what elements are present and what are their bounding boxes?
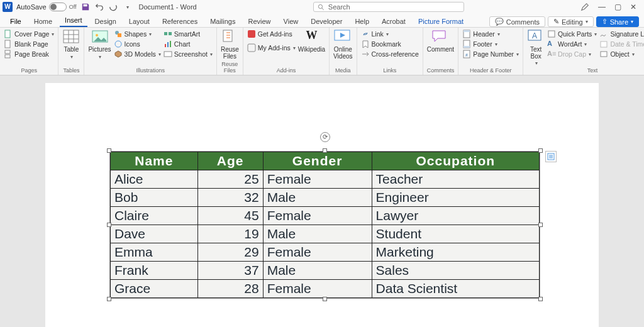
svg-rect-29 [464, 46, 470, 48]
cell-name: Grace [111, 280, 198, 298]
redo-icon[interactable] [108, 2, 118, 12]
online-videos-button[interactable]: Online Videos [333, 29, 352, 60]
group-comments: Comment Comments [423, 28, 459, 75]
tab-home[interactable]: Home [29, 16, 57, 27]
wikipedia-button[interactable]: W Wikipedia [298, 29, 325, 53]
tab-acrobat[interactable]: Acrobat [377, 16, 411, 27]
cell-age: 45 [197, 207, 263, 225]
table-row: Dave19MaleStudent [111, 225, 540, 243]
table-row: Frank37MaleSales [111, 262, 540, 280]
svg-rect-14 [118, 33, 121, 37]
svg-point-0 [318, 4, 322, 8]
tab-picture-format[interactable]: Picture Format [413, 16, 469, 27]
svg-rect-5 [5, 55, 10, 58]
document-workspace[interactable]: ⟳ Name Age Gender Occupation [0, 75, 644, 327]
resize-handle-tr[interactable] [538, 148, 543, 153]
page-number-button[interactable]: #Page Number▾ [462, 49, 519, 59]
reuse-files-button[interactable]: Reuse Files [221, 29, 239, 60]
signature-line-button[interactable]: Signature Line▾ [599, 29, 644, 39]
maximize-button[interactable]: ▢ [614, 3, 621, 11]
page-break-button[interactable]: Page Break [4, 49, 54, 59]
resize-handle-br[interactable] [538, 297, 543, 301]
bookmark-button[interactable]: Bookmark [361, 39, 419, 49]
tab-references[interactable]: References [157, 16, 203, 27]
group-tables: Table▾ Tables [58, 28, 84, 75]
resize-handle-tl[interactable] [107, 148, 111, 153]
qat-dropdown-icon[interactable]: ▾ [123, 2, 133, 12]
svg-rect-18 [165, 44, 166, 47]
group-links: Link▾ Bookmark Cross-reference Links [357, 28, 423, 75]
tab-insert[interactable]: Insert [60, 14, 87, 27]
comments-button[interactable]: 💬 Comments [489, 16, 545, 27]
cell-name: Dave [111, 225, 198, 243]
share-button[interactable]: ⇧ Share ▾ [596, 16, 639, 27]
tab-help[interactable]: Help [350, 16, 374, 27]
group-text: A Text Box▾ Quick Parts▾ AWordArt▾ A≡Dro… [523, 28, 644, 75]
blank-page-button[interactable]: Blank Page [4, 39, 54, 49]
cross-reference-button[interactable]: Cross-reference [361, 49, 419, 59]
cell-gender: Female [263, 170, 372, 189]
table-row: Grace28FemaleData Scientist [111, 280, 540, 298]
cell-gender: Male [263, 225, 372, 243]
cell-name: Claire [111, 207, 198, 225]
close-button[interactable]: ✕ [630, 3, 636, 11]
cell-age: 28 [197, 280, 263, 298]
text-box-button[interactable]: A Text Box▾ [527, 29, 545, 66]
minimize-button[interactable]: — [598, 3, 606, 11]
my-addins-button[interactable]: My Add-ins▾ [247, 43, 296, 53]
header-button[interactable]: Header▾ [462, 29, 519, 39]
tab-view[interactable]: View [279, 16, 304, 27]
resize-handle-mr[interactable] [538, 223, 543, 227]
svg-rect-35 [601, 42, 607, 47]
icons-button[interactable]: Icons [114, 39, 161, 49]
table-row: Emma29FemaleMarketing [111, 243, 540, 262]
shapes-button[interactable]: Shapes▾ [114, 29, 161, 39]
quick-parts-button[interactable]: Quick Parts▾ [547, 29, 597, 39]
svg-rect-4 [5, 50, 10, 53]
cell-age: 19 [197, 225, 263, 243]
tab-design[interactable]: Design [90, 16, 121, 27]
chart-button[interactable]: Chart [164, 39, 213, 49]
tab-layout[interactable]: Layout [124, 16, 155, 27]
autosave-toggle[interactable]: AutoSave Off [16, 3, 77, 11]
table-button[interactable]: Table▾ [62, 29, 80, 60]
pictures-button[interactable]: Pictures▾ [88, 29, 111, 60]
group-label-addins: Add-ins [247, 67, 325, 75]
object-button[interactable]: Object▾ [599, 49, 644, 59]
resize-handle-tm[interactable] [323, 148, 327, 153]
th-occupation: Occupation [372, 152, 539, 170]
cell-occupation: Marketing [372, 243, 539, 262]
footer-button[interactable]: Footer▾ [462, 39, 519, 49]
toggle-switch-icon[interactable] [49, 3, 67, 11]
link-button[interactable]: Link▾ [361, 29, 419, 39]
pen-icon[interactable] [580, 3, 589, 11]
resize-handle-bm[interactable] [323, 297, 327, 301]
tab-mailings[interactable]: Mailings [205, 16, 240, 27]
resize-handle-ml[interactable] [107, 223, 111, 227]
get-addins-button[interactable]: Get Add-ins [247, 29, 296, 39]
tab-developer[interactable]: Developer [306, 16, 347, 27]
cover-page-button[interactable]: Cover Page▾ [4, 29, 54, 39]
smartart-button[interactable]: SmartArt [164, 29, 213, 39]
cell-age: 37 [197, 262, 263, 280]
cell-gender: Male [263, 262, 372, 280]
layout-options-icon[interactable] [545, 151, 557, 162]
cell-name: Frank [111, 262, 198, 280]
group-label-hf: Header & Footer [462, 67, 519, 75]
save-icon[interactable] [80, 2, 91, 12]
wordart-button[interactable]: AWordArt▾ [547, 39, 597, 49]
tab-review[interactable]: Review [243, 16, 276, 27]
comment-button[interactable]: Comment [427, 29, 454, 53]
tab-file[interactable]: File [5, 16, 26, 27]
selected-picture-object[interactable]: ⟳ Name Age Gender Occupation [109, 151, 540, 299]
resize-handle-bl[interactable] [107, 297, 111, 301]
svg-rect-2 [5, 30, 10, 38]
screenshot-button[interactable]: Screenshot▾ [164, 49, 213, 59]
editing-mode-button[interactable]: ✎ Editing ▾ [548, 16, 594, 27]
undo-icon[interactable] [94, 2, 104, 12]
word-app-icon: W [3, 2, 13, 12]
3d-models-button[interactable]: 3D Models▾ [114, 49, 161, 59]
group-reuse-files: Reuse Files Reuse Files [217, 28, 243, 75]
rotate-handle-icon[interactable]: ⟳ [320, 132, 330, 142]
search-input[interactable]: Search [313, 2, 464, 12]
